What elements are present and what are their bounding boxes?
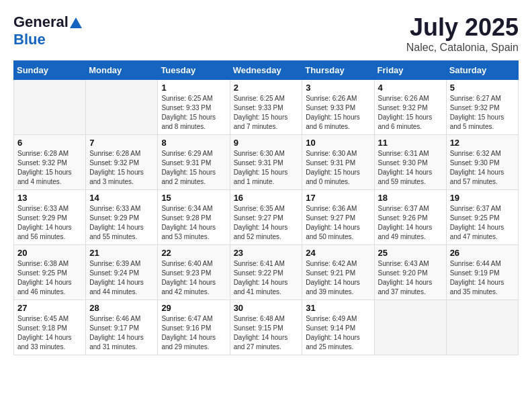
calendar-cell <box>446 300 518 355</box>
day-number: 18 <box>378 193 443 203</box>
day-number: 26 <box>450 248 515 258</box>
day-info: Sunrise: 6:44 AM Sunset: 9:19 PM Dayligh… <box>450 259 515 297</box>
day-info: Sunrise: 6:33 AM Sunset: 9:29 PM Dayligh… <box>17 204 82 242</box>
calendar-cell: 21Sunrise: 6:39 AM Sunset: 9:24 PM Dayli… <box>86 245 158 300</box>
calendar-week-row: 13Sunrise: 6:33 AM Sunset: 9:29 PM Dayli… <box>14 190 519 245</box>
day-info: Sunrise: 6:31 AM Sunset: 9:30 PM Dayligh… <box>378 149 443 187</box>
calendar-cell: 13Sunrise: 6:33 AM Sunset: 9:29 PM Dayli… <box>14 190 86 245</box>
calendar-title: July 2025 <box>406 13 519 42</box>
calendar-week-row: 27Sunrise: 6:45 AM Sunset: 9:18 PM Dayli… <box>14 300 519 355</box>
calendar-cell <box>374 300 446 355</box>
day-number: 15 <box>161 193 226 203</box>
svg-marker-0 <box>70 17 82 28</box>
calendar-cell: 16Sunrise: 6:35 AM Sunset: 9:27 PM Dayli… <box>230 190 302 245</box>
calendar-cell: 19Sunrise: 6:37 AM Sunset: 9:25 PM Dayli… <box>446 190 518 245</box>
day-info: Sunrise: 6:33 AM Sunset: 9:29 PM Dayligh… <box>89 204 154 242</box>
day-number: 19 <box>450 193 515 203</box>
calendar-week-row: 6Sunrise: 6:28 AM Sunset: 9:32 PM Daylig… <box>14 135 519 190</box>
day-number: 27 <box>17 303 82 313</box>
calendar-week-row: 20Sunrise: 6:38 AM Sunset: 9:25 PM Dayli… <box>14 245 519 300</box>
calendar-cell: 7Sunrise: 6:28 AM Sunset: 9:32 PM Daylig… <box>86 135 158 190</box>
weekday-header: Friday <box>374 61 446 80</box>
logo: General Blue <box>13 13 82 48</box>
calendar-cell: 31Sunrise: 6:49 AM Sunset: 9:14 PM Dayli… <box>302 300 374 355</box>
day-info: Sunrise: 6:27 AM Sunset: 9:32 PM Dayligh… <box>450 94 515 132</box>
calendar-cell: 5Sunrise: 6:27 AM Sunset: 9:32 PM Daylig… <box>446 80 518 135</box>
weekday-header: Tuesday <box>158 61 230 80</box>
day-info: Sunrise: 6:26 AM Sunset: 9:32 PM Dayligh… <box>378 94 443 132</box>
calendar-cell: 11Sunrise: 6:31 AM Sunset: 9:30 PM Dayli… <box>374 135 446 190</box>
day-info: Sunrise: 6:43 AM Sunset: 9:20 PM Dayligh… <box>378 259 443 297</box>
calendar-cell: 2Sunrise: 6:25 AM Sunset: 9:33 PM Daylig… <box>230 80 302 135</box>
calendar-table: SundayMondayTuesdayWednesdayThursdayFrid… <box>13 60 519 355</box>
calendar-cell: 23Sunrise: 6:41 AM Sunset: 9:22 PM Dayli… <box>230 245 302 300</box>
day-info: Sunrise: 6:30 AM Sunset: 9:31 PM Dayligh… <box>306 149 370 187</box>
calendar-cell: 17Sunrise: 6:36 AM Sunset: 9:27 PM Dayli… <box>302 190 374 245</box>
day-number: 10 <box>306 138 370 148</box>
day-info: Sunrise: 6:29 AM Sunset: 9:31 PM Dayligh… <box>161 149 226 187</box>
page-header: General Blue July 2025 Nalec, Catalonia,… <box>13 13 519 54</box>
day-info: Sunrise: 6:32 AM Sunset: 9:30 PM Dayligh… <box>450 149 515 187</box>
day-info: Sunrise: 6:45 AM Sunset: 9:18 PM Dayligh… <box>17 314 82 352</box>
calendar-cell: 6Sunrise: 6:28 AM Sunset: 9:32 PM Daylig… <box>14 135 86 190</box>
day-number: 4 <box>378 83 443 93</box>
calendar-cell <box>14 80 86 135</box>
calendar-header-row: SundayMondayTuesdayWednesdayThursdayFrid… <box>14 61 519 80</box>
day-info: Sunrise: 6:47 AM Sunset: 9:16 PM Dayligh… <box>161 314 226 352</box>
calendar-cell: 15Sunrise: 6:34 AM Sunset: 9:28 PM Dayli… <box>158 190 230 245</box>
day-number: 8 <box>161 138 226 148</box>
day-info: Sunrise: 6:28 AM Sunset: 9:32 PM Dayligh… <box>89 149 154 187</box>
day-number: 25 <box>378 248 443 258</box>
day-number: 5 <box>450 83 515 93</box>
day-info: Sunrise: 6:48 AM Sunset: 9:15 PM Dayligh… <box>234 314 299 352</box>
day-number: 9 <box>234 138 299 148</box>
day-info: Sunrise: 6:28 AM Sunset: 9:32 PM Dayligh… <box>17 149 82 187</box>
day-number: 24 <box>306 248 370 258</box>
weekday-header: Thursday <box>302 61 374 80</box>
day-number: 13 <box>17 193 82 203</box>
calendar-cell: 3Sunrise: 6:26 AM Sunset: 9:33 PM Daylig… <box>302 80 374 135</box>
calendar-cell: 14Sunrise: 6:33 AM Sunset: 9:29 PM Dayli… <box>86 190 158 245</box>
day-number: 17 <box>306 193 370 203</box>
day-info: Sunrise: 6:41 AM Sunset: 9:22 PM Dayligh… <box>234 259 299 297</box>
weekday-header: Saturday <box>446 61 518 80</box>
day-info: Sunrise: 6:26 AM Sunset: 9:33 PM Dayligh… <box>306 94 370 132</box>
calendar-cell: 1Sunrise: 6:25 AM Sunset: 9:33 PM Daylig… <box>158 80 230 135</box>
logo-blue-text: Blue <box>13 31 46 48</box>
calendar-cell: 24Sunrise: 6:42 AM Sunset: 9:21 PM Dayli… <box>302 245 374 300</box>
day-info: Sunrise: 6:46 AM Sunset: 9:17 PM Dayligh… <box>89 314 154 352</box>
weekday-header: Wednesday <box>230 61 302 80</box>
calendar-cell: 27Sunrise: 6:45 AM Sunset: 9:18 PM Dayli… <box>14 300 86 355</box>
day-number: 16 <box>234 193 299 203</box>
day-number: 29 <box>161 303 226 313</box>
day-number: 20 <box>17 248 82 258</box>
day-info: Sunrise: 6:40 AM Sunset: 9:23 PM Dayligh… <box>161 259 226 297</box>
day-info: Sunrise: 6:25 AM Sunset: 9:33 PM Dayligh… <box>234 94 299 132</box>
day-number: 31 <box>306 303 370 313</box>
day-number: 23 <box>234 248 299 258</box>
day-number: 22 <box>161 248 226 258</box>
calendar-cell: 26Sunrise: 6:44 AM Sunset: 9:19 PM Dayli… <box>446 245 518 300</box>
logo-triangle-icon <box>70 17 82 28</box>
calendar-cell: 4Sunrise: 6:26 AM Sunset: 9:32 PM Daylig… <box>374 80 446 135</box>
day-number: 11 <box>378 138 443 148</box>
calendar-cell: 9Sunrise: 6:30 AM Sunset: 9:31 PM Daylig… <box>230 135 302 190</box>
calendar-cell <box>86 80 158 135</box>
calendar-cell: 22Sunrise: 6:40 AM Sunset: 9:23 PM Dayli… <box>158 245 230 300</box>
calendar-cell: 8Sunrise: 6:29 AM Sunset: 9:31 PM Daylig… <box>158 135 230 190</box>
day-number: 6 <box>17 138 82 148</box>
day-number: 1 <box>161 83 226 93</box>
calendar-cell: 29Sunrise: 6:47 AM Sunset: 9:16 PM Dayli… <box>158 300 230 355</box>
day-info: Sunrise: 6:37 AM Sunset: 9:26 PM Dayligh… <box>378 204 443 242</box>
calendar-cell: 18Sunrise: 6:37 AM Sunset: 9:26 PM Dayli… <box>374 190 446 245</box>
calendar-cell: 28Sunrise: 6:46 AM Sunset: 9:17 PM Dayli… <box>86 300 158 355</box>
logo-general-text: General <box>13 13 69 31</box>
day-info: Sunrise: 6:25 AM Sunset: 9:33 PM Dayligh… <box>161 94 226 132</box>
calendar-cell: 30Sunrise: 6:48 AM Sunset: 9:15 PM Dayli… <box>230 300 302 355</box>
day-info: Sunrise: 6:39 AM Sunset: 9:24 PM Dayligh… <box>89 259 154 297</box>
day-number: 28 <box>89 303 154 313</box>
day-info: Sunrise: 6:42 AM Sunset: 9:21 PM Dayligh… <box>306 259 370 297</box>
calendar-subtitle: Nalec, Catalonia, Spain <box>406 42 519 54</box>
day-number: 21 <box>89 248 154 258</box>
day-info: Sunrise: 6:36 AM Sunset: 9:27 PM Dayligh… <box>306 204 370 242</box>
